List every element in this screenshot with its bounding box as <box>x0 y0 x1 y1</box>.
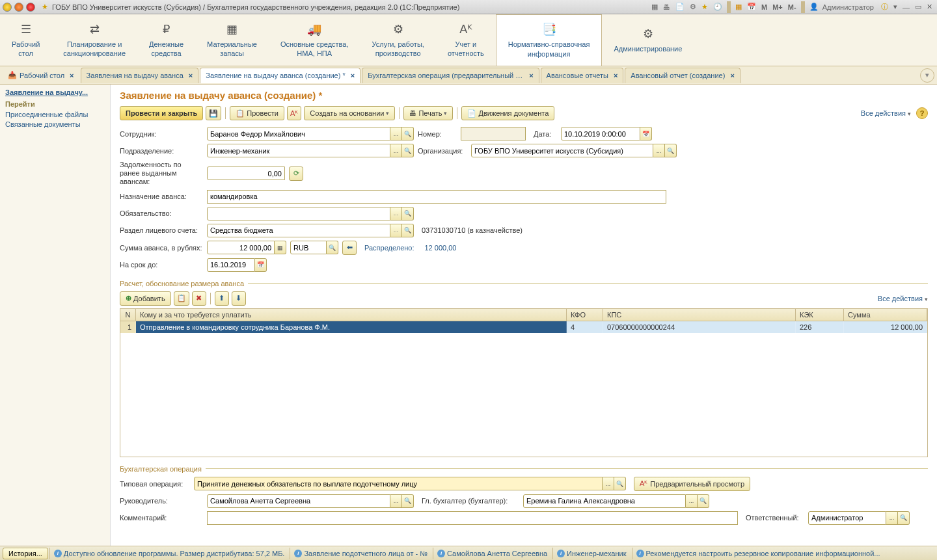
number-input[interactable] <box>461 127 526 140</box>
dropdown-icon[interactable]: ▾ <box>891 3 899 11</box>
open-icon[interactable]: 🔍 <box>327 241 338 254</box>
window-btn-3[interactable] <box>26 3 35 12</box>
save-button[interactable]: 💾 <box>206 106 221 120</box>
col-n[interactable]: N <box>120 309 136 321</box>
until-input[interactable]: 16.10.2019 <box>207 258 255 272</box>
tab-applications[interactable]: Заявления на выдачу аванса× <box>81 68 199 83</box>
select-icon[interactable]: ... <box>653 144 665 157</box>
window-btn-1[interactable] <box>3 3 12 12</box>
select-icon[interactable]: ... <box>390 224 402 237</box>
tab-close-icon[interactable]: × <box>351 72 355 79</box>
org-input[interactable]: ГОБУ ВПО Университет искусств (Субсидия) <box>471 144 653 157</box>
nav-desktop[interactable]: ☰Рабочий стол <box>0 14 51 66</box>
tab-close-icon[interactable]: × <box>189 72 193 79</box>
sidebar-link-related[interactable]: Связанные документы <box>5 120 105 128</box>
move-up-button[interactable]: ⬆ <box>215 291 229 306</box>
manager-input[interactable]: Самойлова Анетта Сергеевна <box>207 494 390 508</box>
calendar-icon[interactable]: 📅 <box>745 3 758 11</box>
tab-close-icon[interactable]: × <box>70 72 74 79</box>
minimize-icon[interactable]: — <box>901 3 912 11</box>
open-icon[interactable]: 🔍 <box>402 494 414 508</box>
select-icon[interactable]: ... <box>686 494 698 508</box>
maximize-icon[interactable]: ▭ <box>913 3 923 11</box>
calendar-icon[interactable]: 📅 <box>255 258 267 272</box>
select-icon[interactable]: ... <box>390 207 402 220</box>
title-star-icon[interactable]: ★ <box>699 3 710 11</box>
add-button[interactable]: ⊕Добавить <box>120 291 171 306</box>
delete-button[interactable]: ✖ <box>192 291 206 306</box>
section-input[interactable]: Средства бюджета <box>207 224 390 237</box>
post-button[interactable]: 📋 Провести <box>230 106 284 120</box>
grid-body-empty[interactable] <box>120 333 927 457</box>
obligation-input[interactable] <box>207 207 390 220</box>
open-icon[interactable]: 🔍 <box>402 127 414 140</box>
dtkt-button[interactable]: Aᴷ <box>287 106 301 120</box>
select-icon[interactable]: ... <box>390 127 402 140</box>
debt-input[interactable]: 0,00 <box>207 167 285 180</box>
help-icon[interactable]: ? <box>916 107 928 119</box>
tab-advance-reports[interactable]: Авансовые отчеты× <box>541 68 624 83</box>
move-down-button[interactable]: ⬇ <box>232 291 246 306</box>
open-icon[interactable]: 🔍 <box>614 477 626 490</box>
nav-money[interactable]: ₽Денежные средства <box>137 14 195 66</box>
print-button[interactable]: 🖶 Печать <box>403 106 453 120</box>
star-icon[interactable]: ★ <box>42 3 48 11</box>
grid-all-actions[interactable]: Все действия <box>878 295 928 302</box>
calc-icon[interactable]: ▦ <box>275 241 286 254</box>
title-icon[interactable]: ⚙ <box>688 3 698 11</box>
window-btn-2[interactable] <box>14 3 23 12</box>
info-icon[interactable]: ⓘ <box>879 2 890 12</box>
tab-application-create[interactable]: Заявление на выдачу аванса (создание) *× <box>200 68 360 83</box>
select-icon[interactable]: ... <box>603 477 614 490</box>
calc-icon[interactable]: ▦ <box>733 3 744 11</box>
open-icon[interactable]: 🔍 <box>698 494 709 508</box>
back-button[interactable]: ⬅ <box>342 241 357 255</box>
select-icon[interactable]: ... <box>886 511 898 525</box>
title-icon[interactable]: 🕘 <box>711 3 724 11</box>
close-icon[interactable]: ✕ <box>925 3 934 11</box>
responsible-input[interactable]: Администратор <box>808 511 886 525</box>
nav-planning[interactable]: ⇄Планирование и санкционирование <box>51 14 137 66</box>
tab-close-icon[interactable]: × <box>529 72 533 79</box>
col-kfo[interactable]: КФО <box>567 309 603 321</box>
movements-button[interactable]: 📄 Движения документа <box>461 106 554 120</box>
sum-input[interactable]: 12 000,00 <box>207 241 275 254</box>
col-kek[interactable]: КЭК <box>796 309 844 321</box>
m-plus-btn[interactable]: M+ <box>770 3 785 11</box>
tab-close-icon[interactable]: × <box>614 72 618 79</box>
grid-row[interactable]: 1 Отправление в командировку сотрудника … <box>120 321 927 333</box>
title-icon[interactable]: 🖶 <box>661 3 672 11</box>
nav-reference[interactable]: 📑Нормативно-справочная информация <box>496 14 603 66</box>
col-who[interactable]: Кому и за что требуется уплатить <box>136 309 567 321</box>
title-icon[interactable]: ▦ <box>649 3 660 11</box>
m-btn[interactable]: M <box>759 3 769 11</box>
typical-input[interactable]: Принятие денежных обязательств по выплат… <box>194 477 603 490</box>
nav-services[interactable]: ⚙Услуги, работы, производство <box>360 14 436 66</box>
open-icon[interactable]: 🔍 <box>402 207 414 220</box>
create-based-button[interactable]: Создать на основании <box>304 106 395 120</box>
tab-acct-preview[interactable]: Бухгалтерская операция (предварительный … <box>362 68 539 83</box>
copy-button[interactable]: 📋 <box>174 291 189 306</box>
nav-materials[interactable]: ▦Материальные запасы <box>195 14 269 66</box>
open-icon[interactable]: 🔍 <box>665 144 677 157</box>
select-icon[interactable]: ... <box>390 144 402 157</box>
user-label[interactable]: 👤 Администратор <box>808 3 878 11</box>
post-and-close-button[interactable]: Провести и закрыть <box>120 106 203 120</box>
date-input[interactable]: 10.10.2019 0:00:00 <box>561 127 640 140</box>
comment-input[interactable] <box>207 511 738 525</box>
tabs-overflow-icon[interactable]: ▾ <box>920 68 934 83</box>
dept-input[interactable]: Инженер-механик <box>207 144 390 157</box>
tab-close-icon[interactable]: × <box>730 72 734 79</box>
sidebar-title[interactable]: Заявление на выдачу... <box>5 88 105 96</box>
select-icon[interactable]: ... <box>390 494 402 508</box>
open-icon[interactable]: 🔍 <box>402 144 414 157</box>
employee-input[interactable]: Баранов Федор Михайлович <box>207 127 390 140</box>
col-kps[interactable]: КПС <box>603 309 796 321</box>
sidebar-link-attachments[interactable]: Присоединенные файлы <box>5 111 105 118</box>
calendar-icon[interactable]: 📅 <box>640 127 652 140</box>
open-icon[interactable]: 🔍 <box>402 224 414 237</box>
refresh-button[interactable]: ⟳ <box>289 167 303 181</box>
col-sum[interactable]: Сумма <box>844 309 927 321</box>
purpose-input[interactable]: командировка <box>207 190 666 204</box>
tab-desktop[interactable]: 📥 Рабочий стол× <box>3 68 79 83</box>
